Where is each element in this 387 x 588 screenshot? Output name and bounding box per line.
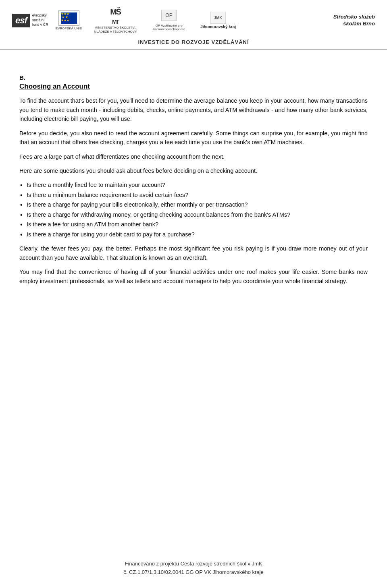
msmt-emblem-icon: MŠMT	[110, 7, 121, 26]
op-emblem-icon: OP	[161, 10, 177, 23]
paragraph-6: You may find that the convenience of hav…	[19, 267, 368, 286]
page: esf evropský sociální fond v ČR ★★★ ★ ★ …	[0, 0, 387, 588]
list-item: Is there a charge for paying your bills …	[19, 200, 368, 209]
section-label: B.	[19, 74, 25, 81]
footer: Financováno z projektu Cesta rozvoje stř…	[0, 560, 387, 577]
list-item: Is there a minimum balance requirement t…	[19, 190, 368, 199]
paragraph-3: Fees are a large part of what differenti…	[19, 152, 368, 161]
list-item: Is there a monthly fixed fee to maintain…	[19, 180, 368, 189]
eu-logo: ★★★ ★ ★ ★★★ EVROPSKÁ UNIE	[56, 10, 82, 30]
svg-text:★★★: ★★★	[61, 19, 69, 22]
bullet-list: Is there a monthly fixed fee to maintain…	[19, 180, 368, 239]
op-logo: OP OP Vzdělávání pro konkurenceschopnost	[149, 10, 189, 31]
paragraph-5: Clearly, the fewer fees you pay, the bet…	[19, 244, 368, 262]
esf-text: evropský sociální fond v ČR	[32, 13, 48, 27]
footer-line-1: Financováno z projektu Cesta rozvoje stř…	[0, 560, 387, 568]
header-subtitle: INVESTICE DO ROZVOJE VZDĚLÁVÁNÍ	[138, 39, 249, 45]
list-item: Is there a fee for using an ATM from ano…	[19, 220, 368, 229]
paragraph-1: To find the account that's best for you,…	[19, 96, 368, 123]
header-logos: esf evropský sociální fond v ČR ★★★ ★ ★ …	[12, 7, 375, 33]
esf-icon: esf	[12, 14, 30, 27]
list-item: Is there a charge for withdrawing money,…	[19, 210, 368, 219]
section-title: Choosing an Account	[19, 83, 368, 91]
ssb-text: Středisko služebškolám Brno	[333, 14, 375, 27]
paragraph-2: Before you decide, you also need to read…	[19, 129, 368, 147]
eu-star-icon: ★★★ ★ ★ ★★★	[58, 10, 79, 26]
svg-text:OP: OP	[166, 12, 173, 18]
ssb-logo: Středisko služebškolám Brno	[333, 14, 375, 27]
paragraph-4: Here are some questions you should ask a…	[19, 166, 368, 175]
op-text: OP Vzdělávání pro konkurenceschopnost	[149, 24, 189, 31]
list-item: Is there a charge for using your debit c…	[19, 230, 368, 239]
jmk-text: Jihomoravský kraj	[200, 25, 236, 29]
main-content: B. Choosing an Account To find the accou…	[0, 50, 387, 303]
msmt-text: MINISTERSTVO ŠKOLSTVÍ, MLÁDEŽE A TĚLOVÝC…	[89, 26, 141, 33]
esf-logo: esf evropský sociální fond v ČR	[12, 13, 48, 27]
header: esf evropský sociální fond v ČR ★★★ ★ ★ …	[0, 0, 387, 49]
jmk-emblem-icon: JMK	[210, 12, 226, 25]
jmk-logo: JMK Jihomoravský kraj	[200, 12, 236, 29]
svg-text:JMK: JMK	[214, 16, 223, 20]
eu-label: EVROPSKÁ UNIE	[56, 27, 82, 30]
footer-line-2: č. CZ.1.07/1.3.10/02.0041 GG OP VK Jihom…	[0, 568, 387, 577]
msmt-logo: MŠMT MINISTERSTVO ŠKOLSTVÍ, MLÁDEŽE A TĚ…	[89, 7, 141, 33]
